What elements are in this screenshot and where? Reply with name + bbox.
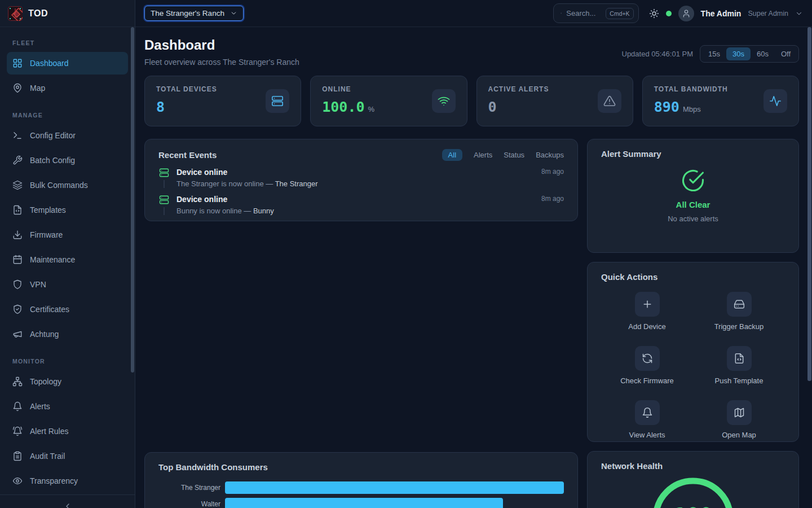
bandwidth-bar-row: The Stranger xyxy=(158,481,564,494)
alert-summary-panel: Alert Summary All Clear No active alerts xyxy=(587,139,799,253)
layout-grid-icon xyxy=(12,58,23,68)
page-scrollbar-thumb[interactable] xyxy=(807,27,811,381)
bell-icon xyxy=(12,401,23,411)
view-alerts-button[interactable]: View Alerts xyxy=(601,400,693,439)
sidebar-item-vpn[interactable]: VPN xyxy=(7,273,128,296)
sidebar-item-maintenance[interactable]: Maintenance xyxy=(7,248,128,271)
sidebar-nav: FLEET Dashboard Map MANAGE Config Editor… xyxy=(0,27,135,494)
bar-label: The Stranger xyxy=(158,484,220,492)
alert-triangle-icon xyxy=(603,95,616,107)
download-icon xyxy=(12,230,23,240)
sidebar-item-firmware[interactable]: Firmware xyxy=(7,224,128,246)
theme-toggle-button[interactable] xyxy=(649,8,659,19)
sidebar-item-audit-trail[interactable]: Audit Trail xyxy=(7,445,128,467)
trigger-backup-button[interactable]: Trigger Backup xyxy=(693,292,785,331)
search-input[interactable] xyxy=(566,9,601,17)
tab-backups[interactable]: Backups xyxy=(536,151,564,159)
event-description-text: Bunny is now online xyxy=(176,207,242,215)
sidebar-item-topology[interactable]: Topology xyxy=(7,370,128,393)
sidebar-item-certificates[interactable]: Certificates xyxy=(7,298,128,321)
search-icon xyxy=(561,9,562,17)
event-time: 8m ago xyxy=(541,195,564,203)
page-title: Dashboard xyxy=(144,37,299,53)
tod-logo-icon xyxy=(8,6,23,21)
wifi-icon xyxy=(438,95,450,107)
sidebar-item-transparency[interactable]: Transparency xyxy=(7,470,128,492)
sidebar-item-map[interactable]: Map xyxy=(7,77,128,99)
stat-value: 100.0 xyxy=(322,99,364,115)
sidebar-item-batch-config[interactable]: Batch Config xyxy=(7,149,128,172)
refresh-option-15s[interactable]: 15s xyxy=(702,47,726,60)
top-bandwidth-title: Top Bandwidth Consumers xyxy=(158,462,268,472)
sidebar-item-templates[interactable]: Templates xyxy=(7,199,128,221)
stat-card-total-bandwidth: TOTAL BANDWIDTH 890Mbps xyxy=(642,76,799,126)
refresh-option-off[interactable]: Off xyxy=(775,47,797,60)
eye-icon xyxy=(12,476,23,486)
open-map-button[interactable]: Open Map xyxy=(693,400,785,439)
sidebar-item-label: VPN xyxy=(30,280,46,289)
event-description: The Stranger is now online — The Strange… xyxy=(176,179,564,188)
event-separator: — xyxy=(244,207,251,215)
event-time: 8m ago xyxy=(541,168,564,176)
refresh-option-60s[interactable]: 60s xyxy=(751,47,775,60)
add-device-button[interactable]: Add Device xyxy=(601,292,693,331)
bandwidth-bar xyxy=(225,498,503,508)
network-health-panel: Network Health 100 xyxy=(587,451,799,508)
event-filter-tabs: All Alerts Status Backups xyxy=(442,149,564,161)
server-icon xyxy=(159,195,169,205)
avatar[interactable] xyxy=(678,6,694,21)
sidebar-item-label: Achtung xyxy=(30,330,59,339)
map-pin-icon xyxy=(12,83,23,93)
topbar: The Stranger's Ranch Cmd+K The Admin Sup… xyxy=(135,0,812,27)
quick-action-label: Open Map xyxy=(722,431,756,439)
alert-summary-title: Alert Summary xyxy=(601,149,661,159)
event-device-name: Bunny xyxy=(253,207,274,215)
sidebar-item-label: Templates xyxy=(30,205,66,214)
sidebar-item-achtung[interactable]: Achtung xyxy=(7,323,128,345)
bandwidth-bar-row: Walter xyxy=(158,498,564,508)
sidebar-item-label: Dashboard xyxy=(30,59,69,68)
bandwidth-bar-chart: The Stranger Walter xyxy=(158,481,564,508)
ranch-selector[interactable]: The Stranger's Ranch xyxy=(144,6,244,21)
recent-events-panel: Recent Events All Alerts Status Backups xyxy=(144,139,578,221)
megaphone-icon xyxy=(12,329,23,339)
sidebar-item-label: Batch Config xyxy=(30,156,75,165)
alert-detail-text: No active alerts xyxy=(668,214,718,223)
page-subtitle: Fleet overview across The Stranger's Ran… xyxy=(144,58,299,67)
search-box[interactable]: Cmd+K xyxy=(553,3,639,23)
quick-actions-title: Quick Actions xyxy=(601,272,657,282)
event-separator: — xyxy=(266,179,273,188)
sidebar-item-label: Alerts xyxy=(30,402,50,411)
recent-events-title: Recent Events xyxy=(158,150,217,160)
push-template-button[interactable]: Push Template xyxy=(693,346,785,385)
quick-action-label: Trigger Backup xyxy=(714,322,764,331)
check-circle-icon xyxy=(681,169,705,192)
tab-all[interactable]: All xyxy=(442,149,462,161)
tab-status[interactable]: Status xyxy=(504,151,524,159)
event-title: Device online xyxy=(176,168,227,177)
refresh-option-30s[interactable]: 30s xyxy=(726,47,751,60)
stat-unit: Mbps xyxy=(683,105,701,113)
user-icon xyxy=(682,9,691,18)
top-bandwidth-panel: Top Bandwidth Consumers The Stranger Wal… xyxy=(144,452,578,508)
clipboard-list-icon xyxy=(12,451,23,461)
bell-ring-icon xyxy=(12,426,23,436)
sidebar-item-label: Transparency xyxy=(30,476,78,485)
sun-icon xyxy=(649,8,659,19)
event-row: Device online 8m ago Bunny is now online… xyxy=(158,195,564,215)
tab-alerts[interactable]: Alerts xyxy=(474,151,492,159)
sidebar-scrollbar-thumb[interactable] xyxy=(131,27,134,373)
user-menu-button[interactable] xyxy=(795,10,803,17)
stat-label: ACTIVE ALERTS xyxy=(488,85,549,93)
sidebar-item-config-editor[interactable]: Config Editor xyxy=(7,124,128,147)
sidebar-item-dashboard[interactable]: Dashboard xyxy=(7,52,128,75)
sidebar-collapse-button[interactable] xyxy=(0,494,135,508)
check-firmware-button[interactable]: Check Firmware xyxy=(601,346,693,385)
sidebar-item-bulk-commands[interactable]: Bulk Commands xyxy=(7,174,128,196)
bell-icon xyxy=(642,407,653,418)
stat-label: TOTAL BANDWIDTH xyxy=(654,85,728,93)
sidebar-item-label: Topology xyxy=(30,377,61,386)
chevron-down-icon xyxy=(230,10,237,17)
sidebar-item-alert-rules[interactable]: Alert Rules xyxy=(7,420,128,443)
sidebar-item-alerts[interactable]: Alerts xyxy=(7,395,128,418)
